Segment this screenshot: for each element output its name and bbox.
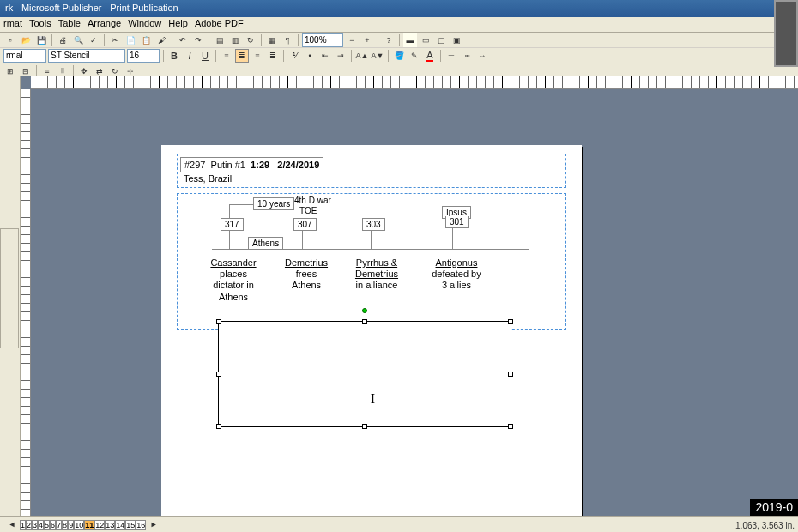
menu-tools[interactable]: Tools — [29, 18, 51, 31]
line-color-icon[interactable]: ▭ — [419, 33, 432, 47]
resize-handle-nw[interactable] — [216, 319, 221, 324]
city-athens: Athens — [248, 237, 283, 250]
menu-help[interactable]: Help — [168, 18, 188, 31]
style-combo[interactable] — [3, 49, 46, 63]
arrow-style-icon[interactable]: ↔ — [475, 49, 489, 63]
new-icon[interactable]: ▫ — [3, 33, 17, 47]
presenter-label: Tess, Brazil — [180, 172, 563, 184]
cut-icon[interactable]: ✂ — [108, 33, 122, 47]
year-303: 303 — [362, 218, 385, 231]
resize-handle-se[interactable] — [508, 424, 513, 429]
shrink-font-icon[interactable]: A▼ — [371, 49, 384, 63]
decrease-indent-icon[interactable]: ⇤ — [318, 49, 332, 63]
slide-date: 2/24/2019 — [277, 160, 319, 170]
horizontal-ruler[interactable] — [31, 76, 798, 89]
line-style-icon[interactable]: ═ — [444, 49, 458, 63]
preview-icon[interactable]: 🔍 — [71, 33, 85, 47]
page-tab-16[interactable]: 16 — [136, 520, 146, 530]
rotate-icon[interactable]: ↻ — [244, 33, 257, 47]
numbering-icon[interactable]: ⅟ — [287, 49, 301, 63]
columns-icon[interactable]: ▦ — [265, 33, 279, 47]
paragraph-icon[interactable]: ¶ — [281, 33, 294, 47]
page-tab-3[interactable]: 3 — [32, 520, 38, 530]
send-back-icon[interactable]: ▥ — [228, 33, 242, 47]
desc-cassander: Cassander places dictator in Athens — [205, 257, 262, 303]
grow-font-icon[interactable]: A▲ — [355, 49, 369, 63]
menu-arrange[interactable]: Arrange — [88, 18, 121, 31]
desc-pyrrhus: Pyrrhus & Demetrius in alliance — [351, 257, 402, 292]
slide-topic: Putin #1 — [211, 160, 245, 170]
slide-title-box[interactable]: #297 Putin #1 1:29 2/24/2019 — [180, 157, 323, 172]
line-color2-icon[interactable]: ✎ — [408, 49, 421, 63]
resize-handle-sw[interactable] — [216, 424, 221, 429]
resize-handle-ne[interactable] — [508, 319, 513, 324]
redo-icon[interactable]: ↷ — [191, 33, 205, 47]
align-center-icon[interactable]: ≣ — [235, 49, 249, 63]
prev-page-icon[interactable]: ◄ — [5, 517, 19, 531]
font-combo[interactable] — [48, 49, 125, 63]
paste-icon[interactable]: 📋 — [139, 33, 153, 47]
menu-bar: rmat Tools Table Arrange Window Help Ado… — [0, 17, 798, 33]
page-tab-10[interactable]: 10 — [74, 520, 84, 530]
menu-adobe-pdf[interactable]: Adobe PDF — [195, 18, 244, 31]
fill-color2-icon[interactable]: 🪣 — [392, 49, 406, 63]
page-tab-14[interactable]: 14 — [115, 520, 125, 530]
selected-text-frame[interactable]: I — [218, 321, 511, 427]
header-frame[interactable]: #297 Putin #1 1:29 2/24/2019 Tess, Brazi… — [177, 154, 566, 188]
page-tab-2[interactable]: 2 — [26, 520, 32, 530]
fill-color-icon[interactable]: ▬ — [403, 33, 417, 47]
menu-window[interactable]: Window — [128, 18, 161, 31]
resize-handle-s[interactable] — [362, 424, 367, 429]
shadow-icon[interactable]: ▢ — [434, 33, 448, 47]
bullets-icon[interactable]: • — [303, 49, 317, 63]
menu-format[interactable]: rmat — [3, 18, 22, 31]
window-titlebar: rk - Microsoft Publisher - Print Publica… — [0, 0, 798, 17]
save-icon[interactable]: 💾 — [34, 33, 48, 47]
copy-icon[interactable]: 📄 — [124, 33, 137, 47]
page-tab-13[interactable]: 13 — [105, 520, 115, 530]
floating-panel[interactable] — [0, 228, 19, 348]
year-301: 301 — [445, 216, 469, 228]
fontsize-combo[interactable] — [127, 49, 160, 63]
increase-indent-icon[interactable]: ⇥ — [334, 49, 348, 63]
undo-icon[interactable]: ↶ — [176, 33, 190, 47]
help-icon[interactable]: ? — [382, 33, 396, 47]
zoom-out-icon[interactable]: − — [345, 33, 359, 47]
video-timestamp-overlay: 2019-0 — [750, 499, 798, 516]
vertical-ruler[interactable] — [21, 89, 31, 516]
standard-toolbar: ▫ 📂 💾 🖨 🔍 ✓ ✂ 📄 📋 🖌 ↶ ↷ ▤ ▥ ↻ ▦ ¶ − + ? … — [0, 33, 798, 48]
open-icon[interactable]: 📂 — [19, 33, 33, 47]
page-tab-1[interactable]: 1 — [20, 520, 26, 530]
italic-icon[interactable]: I — [183, 49, 196, 63]
underline-icon[interactable]: U — [198, 49, 212, 63]
bring-front-icon[interactable]: ▤ — [213, 33, 227, 47]
page-tab-4[interactable]: 4 — [38, 520, 44, 530]
spell-icon[interactable]: ✓ — [87, 33, 100, 47]
resize-handle-e[interactable] — [508, 372, 513, 377]
align-right-icon[interactable]: ≡ — [251, 49, 264, 63]
text-cursor-icon: I — [371, 391, 375, 407]
diagram-frame[interactable]: 10 years 4th D war TOE 317 307 — [177, 193, 566, 330]
print-icon[interactable]: 🖨 — [56, 33, 70, 47]
bold-icon[interactable]: B — [167, 49, 181, 63]
dash-style-icon[interactable]: ┅ — [460, 49, 474, 63]
next-page-icon[interactable]: ► — [147, 517, 160, 531]
three-d-icon[interactable]: ▣ — [450, 33, 463, 47]
status-coords: 1.063, 3.563 in. — [735, 521, 795, 530]
desc-antigonus: Antigonus defeated by 3 allies — [432, 257, 481, 292]
zoom-combo[interactable] — [302, 33, 343, 47]
align-left-icon[interactable]: ≡ — [220, 49, 233, 63]
menu-table[interactable]: Table — [58, 18, 81, 31]
resize-handle-w[interactable] — [216, 372, 221, 377]
canvas[interactable]: #297 Putin #1 1:29 2/24/2019 Tess, Brazi… — [31, 89, 798, 516]
justify-icon[interactable]: ≣ — [266, 49, 280, 63]
font-color-icon[interactable]: A — [423, 49, 437, 63]
format-painter-icon[interactable]: 🖌 — [154, 33, 168, 47]
page-tab-12[interactable]: 12 — [94, 520, 105, 530]
page-tab-15[interactable]: 15 — [125, 520, 136, 530]
page-tab-11[interactable]: 11 — [84, 520, 94, 530]
zoom-in-icon[interactable]: + — [360, 33, 374, 47]
resize-handle-n[interactable] — [362, 319, 367, 324]
publication-page[interactable]: #297 Putin #1 1:29 2/24/2019 Tess, Brazi… — [161, 145, 582, 516]
rotation-handle[interactable] — [362, 308, 367, 313]
